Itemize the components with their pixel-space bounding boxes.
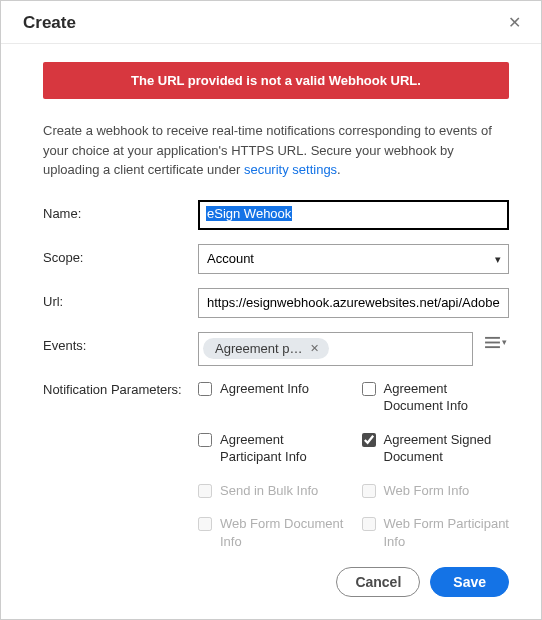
param-item: Web Form Document Info	[198, 515, 346, 550]
param-item[interactable]: Agreement Document Info	[362, 380, 510, 415]
save-button[interactable]: Save	[430, 567, 509, 597]
param-label: Web Form Info	[384, 482, 470, 500]
param-label: Agreement Document Info	[384, 380, 510, 415]
security-settings-link[interactable]: security settings	[244, 162, 337, 177]
param-label: Agreement Info	[220, 380, 309, 398]
params-grid: Agreement InfoAgreement Document InfoAgr…	[198, 380, 509, 551]
create-webhook-dialog: Create ✕ The URL provided is not a valid…	[0, 0, 542, 620]
label-events: Events:	[43, 332, 198, 353]
field-url	[198, 288, 509, 318]
row-name: Name: eSign Wehook	[43, 200, 509, 230]
list-icon	[485, 336, 500, 349]
dialog-title: Create	[23, 13, 76, 33]
intro-part2: .	[337, 162, 341, 177]
field-scope: Account ▾	[198, 244, 509, 274]
param-checkbox[interactable]	[362, 382, 376, 396]
row-scope: Scope: Account ▾	[43, 244, 509, 274]
intro-text: Create a webhook to receive real-time no…	[43, 121, 509, 180]
name-input[interactable]	[198, 200, 509, 230]
param-label: Send in Bulk Info	[220, 482, 318, 500]
remove-tag-icon[interactable]: ✕	[308, 342, 321, 355]
scope-select[interactable]: Account	[198, 244, 509, 274]
svg-rect-2	[485, 346, 500, 348]
events-input[interactable]: Agreement p… ✕	[198, 332, 473, 366]
dialog-body: The URL provided is not a valid Webhook …	[1, 44, 541, 557]
param-item: Web Form Participant Info	[362, 515, 510, 550]
param-checkbox	[362, 484, 376, 498]
param-item[interactable]: Agreement Info	[198, 380, 346, 415]
svg-rect-1	[485, 341, 500, 343]
dialog-header: Create ✕	[1, 1, 541, 44]
param-label: Web Form Document Info	[220, 515, 346, 550]
param-item[interactable]: Agreement Participant Info	[198, 431, 346, 466]
label-name: Name:	[43, 200, 198, 221]
param-checkbox	[198, 484, 212, 498]
field-name: eSign Wehook	[198, 200, 509, 230]
url-input[interactable]	[198, 288, 509, 318]
field-events: Agreement p… ✕ ▾	[198, 332, 509, 366]
row-url: Url:	[43, 288, 509, 318]
param-label: Agreement Signed Document	[384, 431, 510, 466]
row-events: Events: Agreement p… ✕	[43, 332, 509, 366]
param-item: Send in Bulk Info	[198, 482, 346, 500]
param-label: Agreement Participant Info	[220, 431, 346, 466]
param-label: Web Form Participant Info	[384, 515, 510, 550]
label-url: Url:	[43, 288, 198, 309]
param-checkbox	[362, 517, 376, 531]
events-tag-wrap: Agreement p… ✕	[198, 332, 473, 366]
field-params: Agreement InfoAgreement Document InfoAgr…	[198, 380, 509, 551]
event-tag-label: Agreement p…	[215, 341, 302, 356]
param-checkbox[interactable]	[198, 382, 212, 396]
events-list-toggle[interactable]: ▾	[483, 332, 509, 353]
param-checkbox	[198, 517, 212, 531]
event-tag: Agreement p… ✕	[203, 338, 329, 359]
param-checkbox[interactable]	[362, 433, 376, 447]
param-item: Web Form Info	[362, 482, 510, 500]
svg-rect-0	[485, 336, 500, 338]
param-checkbox[interactable]	[198, 433, 212, 447]
label-scope: Scope:	[43, 244, 198, 265]
dialog-footer: Cancel Save	[1, 557, 541, 619]
chevron-down-icon: ▾	[502, 337, 507, 347]
error-banner: The URL provided is not a valid Webhook …	[43, 62, 509, 99]
cancel-button[interactable]: Cancel	[336, 567, 420, 597]
label-params: Notification Parameters:	[43, 380, 198, 397]
row-params: Notification Parameters: Agreement InfoA…	[43, 380, 509, 551]
param-item[interactable]: Agreement Signed Document	[362, 431, 510, 466]
close-button[interactable]: ✕	[504, 11, 525, 35]
